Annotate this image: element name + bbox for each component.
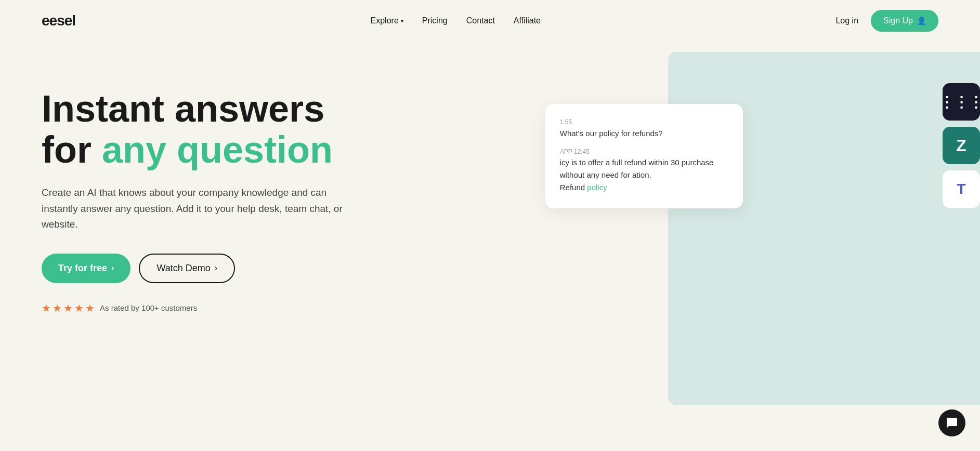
hero-section: Instant answers for any question Create …	[42, 73, 535, 314]
star-1: ★	[42, 302, 51, 314]
zendesk-icon: Z	[943, 127, 980, 164]
star-2: ★	[53, 302, 62, 314]
intercom-icon: ⋮⋮⋮	[943, 83, 980, 121]
login-link[interactable]: Log in	[835, 16, 858, 25]
chat-ai-time: APP 12:45	[560, 148, 728, 155]
logo[interactable]: eesel	[42, 12, 75, 29]
chevron-down-icon: ▾	[401, 18, 403, 24]
star-rating: ★ ★ ★ ★ ★	[42, 302, 95, 314]
teams-icon: T	[943, 170, 980, 208]
app-icons-strip: ⋮⋮⋮ Z T	[943, 83, 980, 208]
star-3: ★	[63, 302, 73, 314]
user-icon: 👤	[917, 17, 926, 25]
rating-section: ★ ★ ★ ★ ★ As rated by 100+ customers	[42, 302, 535, 314]
refund-policy-link[interactable]: policy	[587, 183, 607, 192]
chat-user-time: 1:55	[560, 118, 728, 126]
chat-bubble-icon	[946, 417, 958, 429]
try-for-free-button[interactable]: Try for free ›	[42, 254, 130, 283]
hero-buttons: Try for free › Watch Demo ›	[42, 254, 535, 283]
nav-item-contact[interactable]: Contact	[466, 16, 495, 25]
nav-item-explore[interactable]: Explore ▾	[371, 16, 403, 25]
chat-support-button[interactable]	[938, 409, 965, 436]
arrow-icon: ›	[215, 263, 217, 273]
nav-links: Explore ▾ Pricing Contact Affiliate	[371, 16, 541, 25]
hero-visual: 1:55 What's our policy for refunds? APP …	[535, 73, 938, 374]
star-5: ★	[85, 302, 95, 314]
nav-item-affiliate[interactable]: Affiliate	[514, 16, 541, 25]
contact-link: Contact	[466, 16, 495, 25]
arrow-icon: ›	[111, 263, 114, 273]
chat-answer: icy is to offer a full refund within 30 …	[560, 156, 728, 194]
pricing-link: Pricing	[422, 16, 448, 25]
nav-right: Log in Sign Up 👤	[835, 10, 938, 32]
nav-explore-label: Explore	[371, 16, 399, 25]
navbar: eesel Explore ▾ Pricing Contact Affiliat…	[0, 0, 980, 42]
affiliate-link: Affiliate	[514, 16, 541, 25]
chat-card: 1:55 What's our policy for refunds? APP …	[545, 104, 743, 208]
signup-button[interactable]: Sign Up 👤	[871, 10, 938, 32]
hero-subtitle: Create an AI that knows about your compa…	[42, 185, 343, 232]
star-4: ★	[74, 302, 84, 314]
hero-title: Instant answers for any question	[42, 88, 535, 170]
watch-demo-button[interactable]: Watch Demo ›	[139, 254, 235, 283]
main-content: Instant answers for any question Create …	[0, 42, 980, 451]
nav-item-pricing[interactable]: Pricing	[422, 16, 448, 25]
rating-text: As rated by 100+ customers	[100, 303, 197, 312]
chat-question: What's our policy for refunds?	[560, 129, 728, 138]
